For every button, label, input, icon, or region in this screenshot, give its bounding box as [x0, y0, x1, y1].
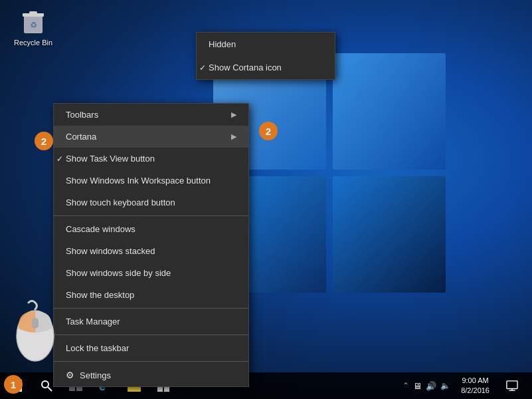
taskbar-clock[interactable]: 9:00 AM 8/2/2016	[456, 376, 495, 396]
action-center-icon	[506, 380, 518, 392]
search-icon	[40, 379, 53, 392]
menu-item-lock-taskbar-label: Lock the taskbar	[66, 343, 129, 353]
svg-rect-20	[69, 386, 75, 391]
network-icon[interactable]: 🖥	[413, 381, 422, 391]
menu-item-task-view-label: Show Task View button	[66, 154, 155, 164]
svg-rect-1	[333, 53, 446, 170]
tray-icon-1: ⌃	[402, 381, 409, 390]
svg-rect-11	[32, 318, 39, 329]
menu-item-side-by-side-label: Show windows side by side	[66, 268, 171, 278]
cortana-submenu-show-icon[interactable]: Show Cortana icon	[197, 56, 335, 79]
svg-rect-21	[76, 386, 82, 391]
menu-item-cortana[interactable]: Cortana ▶	[54, 126, 248, 148]
gear-icon: ⚙	[66, 370, 74, 380]
menu-item-cascade-label: Cascade windows	[66, 224, 135, 234]
clock-date: 8/2/2016	[461, 386, 489, 396]
cortana-submenu-hidden[interactable]: Hidden	[197, 33, 335, 56]
context-menu: Toolbars ▶ Cortana ▶ Show Task View butt…	[53, 103, 249, 387]
menu-item-stacked[interactable]: Show windows stacked	[54, 240, 248, 262]
menu-item-settings[interactable]: ⚙ Settings	[54, 364, 248, 386]
separator-3	[54, 334, 248, 335]
menu-item-show-desktop[interactable]: Show the desktop	[54, 284, 248, 306]
step-badge-1: 1	[4, 375, 23, 394]
menu-item-side-by-side[interactable]: Show windows side by side	[54, 262, 248, 284]
cortana-submenu: Hidden Show Cortana icon	[196, 32, 335, 80]
separator-1	[54, 215, 248, 216]
volume-icon[interactable]: 🔊	[426, 381, 436, 391]
menu-item-cortana-label: Cortana	[66, 132, 96, 142]
menu-item-stacked-label: Show windows stacked	[66, 246, 155, 256]
step-badge-2-menu: 2	[35, 132, 53, 150]
recycle-bin-svg: ♻	[20, 7, 46, 36]
menu-arrow-toolbars: ▶	[231, 110, 236, 119]
speaker-icon[interactable]: 🔈	[440, 381, 450, 390]
menu-item-touch-keyboard-label: Show touch keyboard button	[66, 198, 175, 207]
recycle-bin-label: Recycle Bin	[14, 39, 52, 47]
cortana-hidden-label: Hidden	[209, 39, 236, 49]
svg-rect-28	[164, 386, 169, 392]
svg-rect-7	[29, 11, 37, 14]
menu-item-task-manager-label: Task Manager	[66, 317, 120, 327]
action-center-button[interactable]	[497, 372, 527, 399]
menu-arrow-cortana: ▶	[231, 132, 236, 141]
svg-rect-29	[507, 381, 517, 389]
menu-item-lock-taskbar[interactable]: Lock the taskbar	[54, 337, 248, 359]
mouse-illustration	[12, 299, 58, 359]
cortana-show-icon-label: Show Cortana icon	[209, 63, 282, 72]
svg-rect-3	[333, 176, 446, 293]
menu-item-toolbars-label: Toolbars	[66, 110, 98, 120]
clock-time: 9:00 AM	[461, 376, 489, 386]
menu-item-task-manager[interactable]: Task Manager	[54, 311, 248, 332]
menu-item-cascade[interactable]: Cascade windows	[54, 218, 248, 240]
menu-item-ink-workspace[interactable]: Show Windows Ink Workspace button	[54, 170, 248, 192]
menu-item-show-desktop-label: Show the desktop	[66, 290, 134, 300]
svg-rect-27	[157, 386, 163, 392]
separator-4	[54, 361, 248, 362]
system-tray: ⌃ 🖥 🔊 🔈	[400, 381, 453, 391]
menu-item-touch-keyboard[interactable]: Show touch keyboard button	[54, 192, 248, 213]
svg-text:♻: ♻	[30, 21, 37, 30]
svg-point-16	[42, 381, 48, 388]
step-badge-2-sub: 2	[259, 122, 278, 140]
menu-item-task-view[interactable]: Show Task View button	[54, 148, 248, 170]
menu-item-settings-label: Settings	[80, 370, 111, 380]
separator-2	[54, 308, 248, 309]
menu-item-ink-workspace-label: Show Windows Ink Workspace button	[66, 176, 211, 186]
taskbar-right: ⌃ 🖥 🔊 🔈 9:00 AM 8/2/2016	[400, 372, 532, 399]
windows-logo-bg	[213, 53, 452, 306]
recycle-bin-icon[interactable]: ♻ Recycle Bin	[10, 7, 56, 47]
svg-line-17	[48, 387, 52, 391]
menu-item-toolbars[interactable]: Toolbars ▶	[54, 104, 248, 126]
